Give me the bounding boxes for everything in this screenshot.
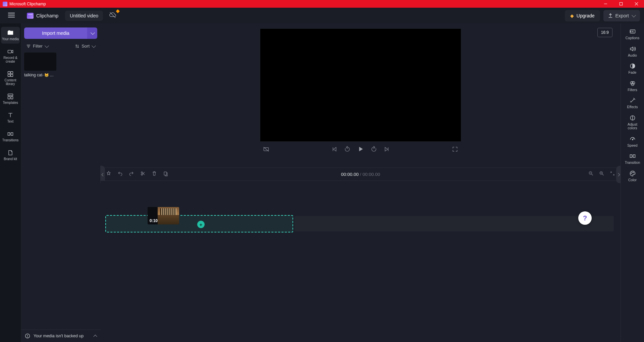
nav-transitions[interactable]: Transitions	[1, 128, 20, 145]
nav-content-library[interactable]: Content library	[1, 68, 20, 88]
window-title: Microsoft Clipchamp	[9, 2, 46, 6]
timeline[interactable]: 0:10 +	[101, 181, 621, 342]
zoom-in-button[interactable]	[599, 171, 604, 178]
media-thumbnail	[24, 53, 56, 71]
sort-button[interactable]: Sort	[75, 44, 95, 49]
zoom-fit-button[interactable]	[610, 171, 615, 178]
right-nav: Captions Audio Fade Filters Effects Adju…	[621, 23, 644, 342]
nav-text-label: Text	[7, 120, 13, 123]
play-button[interactable]	[357, 146, 364, 154]
backup-notice[interactable]: Your media isn't backed up	[21, 330, 101, 342]
maximize-button[interactable]	[613, 0, 629, 8]
chevron-up-icon	[93, 335, 97, 338]
svg-point-47	[633, 172, 634, 173]
nav-transition[interactable]: Transition	[623, 153, 643, 165]
nav-filters[interactable]: Filters	[623, 80, 643, 92]
fullscreen-button[interactable]	[452, 146, 458, 154]
media-item[interactable]: talking cat-😸…	[24, 53, 97, 77]
nav-your-media-label: Your media	[2, 37, 19, 41]
app-icon	[3, 2, 7, 6]
auto-compose-button[interactable]	[106, 171, 111, 178]
brand-chip[interactable]: Clipchamp	[25, 11, 60, 20]
timeline-track[interactable]	[294, 216, 614, 231]
aspect-ratio-button[interactable]: 16:9	[597, 28, 612, 37]
app-topbar: Clipchamp Untitled video 🔶 ◆ Upgrade Exp…	[0, 8, 644, 23]
close-button[interactable]	[629, 0, 644, 8]
emoji-icon: 😸	[44, 73, 49, 77]
collapse-right-panel-button[interactable]	[616, 166, 621, 183]
seek-start-button[interactable]	[331, 146, 337, 154]
nav-text[interactable]: Text	[1, 109, 20, 126]
undo-button[interactable]	[117, 171, 123, 178]
premium-gem-icon: 🔶	[116, 9, 120, 13]
sort-label: Sort	[82, 44, 90, 49]
svg-rect-44	[633, 155, 635, 157]
svg-rect-28	[164, 172, 166, 175]
svg-rect-9	[8, 72, 10, 74]
import-media-button[interactable]: Import media	[24, 27, 87, 39]
skip-forward-button[interactable]	[371, 146, 377, 154]
time-duration: 00:00.00	[363, 172, 380, 177]
zoom-out-button[interactable]	[588, 171, 594, 178]
redo-button[interactable]	[129, 171, 134, 178]
cloud-sync-off-icon[interactable]: 🔶	[109, 11, 116, 20]
svg-line-30	[592, 174, 593, 176]
add-clip-indicator: +	[197, 221, 205, 228]
seek-end-button[interactable]	[384, 146, 390, 154]
clip-thumbnail	[158, 207, 179, 224]
color-icon	[629, 170, 636, 177]
nav-audio[interactable]: Audio	[623, 46, 643, 58]
nav-fade[interactable]: Fade	[623, 63, 643, 75]
svg-rect-10	[11, 72, 13, 74]
svg-rect-15	[11, 96, 13, 99]
nav-templates[interactable]: Templates	[1, 90, 20, 107]
svg-rect-43	[630, 155, 632, 157]
nav-your-media[interactable]: Your media	[1, 27, 20, 44]
split-button[interactable]	[140, 171, 146, 178]
dragging-clip[interactable]: 0:10	[148, 207, 179, 224]
filters-icon	[629, 80, 636, 87]
timecode-display: 00:00.00 / 00:00.00	[341, 172, 380, 177]
left-nav: Your media Record & create Content libra…	[0, 23, 21, 342]
minimize-button[interactable]	[598, 0, 613, 8]
project-title-input[interactable]: Untitled video	[65, 11, 103, 21]
video-preview[interactable]	[260, 29, 461, 141]
window-titlebar: Microsoft Clipchamp	[0, 0, 644, 8]
svg-line-7	[110, 12, 116, 18]
svg-rect-14	[8, 96, 10, 99]
nav-captions[interactable]: Captions	[623, 28, 643, 40]
upgrade-label: Upgrade	[577, 13, 595, 18]
nav-speed[interactable]: Speed	[623, 136, 643, 148]
upgrade-button[interactable]: ◆ Upgrade	[565, 10, 600, 21]
folder-icon	[7, 29, 14, 36]
templates-icon	[7, 93, 14, 100]
nav-color[interactable]: Color	[623, 170, 643, 182]
fade-icon	[629, 63, 636, 69]
transition-icon	[629, 153, 636, 159]
chevron-down-icon	[45, 44, 49, 48]
nav-effects[interactable]: Effects	[623, 97, 643, 109]
filter-icon	[26, 44, 31, 49]
safe-zones-toggle[interactable]	[263, 146, 269, 154]
effects-icon	[629, 97, 636, 104]
nav-adjust-colors[interactable]: Adjust colors	[623, 115, 643, 130]
export-button[interactable]: Export	[603, 10, 640, 21]
upload-icon	[608, 13, 613, 18]
delete-button[interactable]	[152, 171, 157, 178]
svg-rect-11	[8, 74, 10, 77]
preview-zone: 16:9	[101, 23, 621, 167]
media-item-label: talking cat-😸…	[24, 73, 56, 77]
nav-record-create[interactable]: Record & create	[1, 46, 20, 66]
export-label: Export	[615, 13, 629, 18]
nav-content-library-label: Content library	[1, 78, 20, 86]
time-current: 00:00.00	[341, 172, 359, 177]
duplicate-button[interactable]	[163, 171, 168, 178]
filter-button[interactable]: Filter	[26, 44, 48, 49]
menu-button[interactable]	[4, 10, 19, 21]
svg-rect-12	[11, 74, 13, 77]
nav-brand-kit[interactable]: Brand kit	[1, 147, 20, 163]
skip-back-button[interactable]	[344, 146, 351, 154]
warning-icon	[25, 333, 30, 339]
import-media-dropdown[interactable]	[87, 27, 97, 39]
help-button[interactable]: ?	[578, 211, 592, 225]
